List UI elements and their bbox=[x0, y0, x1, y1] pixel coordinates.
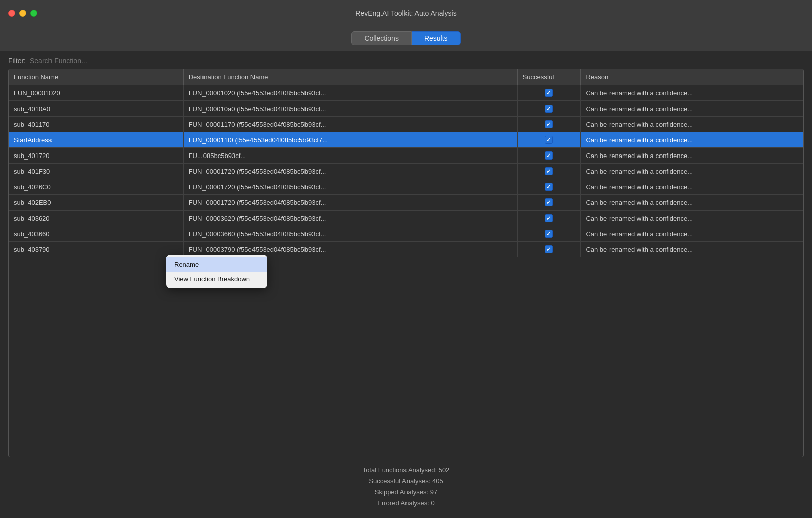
cell-destination-function-name: FUN_00001720 (f55e4553ed04f085bc5b93cf..… bbox=[183, 179, 517, 195]
results-table: Function Name Destination Function Name … bbox=[9, 69, 803, 257]
context-menu-rename[interactable]: Rename bbox=[166, 257, 267, 272]
cell-successful bbox=[517, 164, 581, 179]
checkbox-checked[interactable] bbox=[545, 151, 553, 160]
checkbox-checked[interactable] bbox=[545, 89, 553, 97]
tab-results[interactable]: Results bbox=[412, 31, 461, 45]
cell-function-name: sub_401720 bbox=[9, 148, 183, 164]
table-row[interactable]: sub_4010A0FUN_000010a0 (f55e4553ed04f085… bbox=[9, 101, 803, 117]
checkbox-checked[interactable] bbox=[545, 105, 553, 113]
footer: Total Functions Analysed: 502 Successful… bbox=[0, 457, 812, 518]
cell-reason: Can be renamed with a confidence... bbox=[581, 195, 803, 211]
table-row[interactable]: FUN_00001020FUN_00001020 (f55e4553ed04f0… bbox=[9, 85, 803, 101]
checkbox-checked[interactable] bbox=[545, 136, 553, 144]
cell-function-name: sub_402EB0 bbox=[9, 195, 183, 211]
table-row[interactable]: sub_403790FUN_00003790 (f55e4553ed04f085… bbox=[9, 242, 803, 257]
footer-skipped-analyses: Skipped Analyses: 97 bbox=[0, 487, 812, 498]
minimize-button[interactable] bbox=[19, 10, 26, 17]
table-row[interactable]: sub_401170FUN_00001170 (f55e4553ed04f085… bbox=[9, 117, 803, 132]
cell-function-name: StartAddress bbox=[9, 132, 183, 148]
cell-successful bbox=[517, 195, 581, 211]
cell-successful bbox=[517, 211, 581, 226]
cell-successful bbox=[517, 132, 581, 148]
cell-reason: Can be renamed with a confidence... bbox=[581, 226, 803, 242]
filter-label: Filter: bbox=[8, 57, 26, 65]
cell-successful bbox=[517, 148, 581, 164]
table-row[interactable]: sub_401720FU...085bc5b93cf...Can be rena… bbox=[9, 148, 803, 164]
cell-successful bbox=[517, 226, 581, 242]
cell-destination-function-name: FUN_00003660 (f55e4553ed04f085bc5b93cf..… bbox=[183, 226, 517, 242]
cell-successful bbox=[517, 85, 581, 101]
traffic-lights bbox=[8, 10, 37, 17]
checkbox-checked[interactable] bbox=[545, 183, 553, 191]
checkbox-checked[interactable] bbox=[545, 167, 553, 175]
cell-destination-function-name: FUN_00001170 (f55e4553ed04f085bc5b93cf..… bbox=[183, 117, 517, 132]
cell-destination-function-name: FU...085bc5b93cf... bbox=[183, 148, 517, 164]
cell-reason: Can be renamed with a confidence... bbox=[581, 211, 803, 226]
cell-destination-function-name: FUN_00001720 (f55e4553ed04f085bc5b93cf..… bbox=[183, 195, 517, 211]
table-row[interactable]: sub_403620FUN_00003620 (f55e4553ed04f085… bbox=[9, 211, 803, 226]
search-input[interactable] bbox=[30, 57, 804, 65]
cell-reason: Can be renamed with a confidence... bbox=[581, 117, 803, 132]
cell-function-name: sub_403660 bbox=[9, 226, 183, 242]
cell-successful bbox=[517, 101, 581, 117]
cell-reason: Can be renamed with a confidence... bbox=[581, 101, 803, 117]
cell-function-name: sub_401170 bbox=[9, 117, 183, 132]
cell-destination-function-name: FUN_00003620 (f55e4553ed04f085bc5b93cf..… bbox=[183, 211, 517, 226]
col-header-successful: Successful bbox=[517, 69, 581, 85]
col-header-destination-function-name: Destination Function Name bbox=[183, 69, 517, 85]
cell-destination-function-name: FUN_00001020 (f55e4553ed04f085bc5b93cf..… bbox=[183, 85, 517, 101]
cell-destination-function-name: FUN_000010a0 (f55e4553ed04f085bc5b93cf..… bbox=[183, 101, 517, 117]
table-container: Function Name Destination Function Name … bbox=[8, 69, 804, 457]
tab-collections[interactable]: Collections bbox=[351, 31, 411, 45]
cell-successful bbox=[517, 179, 581, 195]
cell-destination-function-name: FUN_000011f0 (f55e4553ed04f085bc5b93cf7.… bbox=[183, 132, 517, 148]
cell-successful bbox=[517, 117, 581, 132]
cell-reason: Can be renamed with a confidence... bbox=[581, 85, 803, 101]
table-row[interactable]: sub_4026C0FUN_00001720 (f55e4553ed04f085… bbox=[9, 179, 803, 195]
cell-reason: Can be renamed with a confidence... bbox=[581, 179, 803, 195]
cell-destination-function-name: FUN_00001720 (f55e4553ed04f085bc5b93cf..… bbox=[183, 164, 517, 179]
cell-function-name: sub_401F30 bbox=[9, 164, 183, 179]
cell-function-name: sub_4026C0 bbox=[9, 179, 183, 195]
checkbox-checked[interactable] bbox=[545, 230, 553, 238]
cell-reason: Can be renamed with a confidence... bbox=[581, 242, 803, 257]
col-header-reason: Reason bbox=[581, 69, 803, 85]
checkbox-checked[interactable] bbox=[545, 120, 553, 128]
window-title: RevEng.AI Toolkit: Auto Analysis bbox=[355, 9, 456, 17]
checkbox-checked[interactable] bbox=[545, 214, 553, 222]
maximize-button[interactable] bbox=[30, 10, 37, 17]
cell-function-name: sub_4010A0 bbox=[9, 101, 183, 117]
cell-reason: Can be renamed with a confidence... bbox=[581, 148, 803, 164]
cell-successful bbox=[517, 242, 581, 257]
col-header-function-name: Function Name bbox=[9, 69, 183, 85]
context-menu-view-function-breakdown[interactable]: View Function Breakdown bbox=[166, 272, 267, 286]
cell-reason: Can be renamed with a confidence... bbox=[581, 164, 803, 179]
cell-function-name: FUN_00001020 bbox=[9, 85, 183, 101]
table-scroll[interactable]: Function Name Destination Function Name … bbox=[9, 69, 803, 457]
footer-successful-analyses: Successful Analyses: 405 bbox=[0, 476, 812, 487]
filter-bar: Filter: bbox=[8, 51, 804, 69]
table-row[interactable]: sub_402EB0FUN_00001720 (f55e4553ed04f085… bbox=[9, 195, 803, 211]
footer-total-functions: Total Functions Analysed: 502 bbox=[0, 464, 812, 476]
cell-reason: Can be renamed with a confidence... bbox=[581, 132, 803, 148]
footer-errored-analyses: Errored Analyses: 0 bbox=[0, 498, 812, 509]
table-row[interactable]: StartAddressFUN_000011f0 (f55e4553ed04f0… bbox=[9, 132, 803, 148]
context-menu: Rename View Function Breakdown bbox=[166, 255, 267, 288]
title-bar: RevEng.AI Toolkit: Auto Analysis bbox=[0, 0, 812, 26]
table-row[interactable]: sub_403660FUN_00003660 (f55e4553ed04f085… bbox=[9, 226, 803, 242]
main-content: Filter: Function Name Destination Functi… bbox=[0, 51, 812, 457]
tab-bar: Collections Results bbox=[0, 26, 812, 51]
checkbox-checked[interactable] bbox=[545, 198, 553, 206]
checkbox-checked[interactable] bbox=[545, 245, 553, 253]
cell-function-name: sub_403790 bbox=[9, 242, 183, 257]
cell-function-name: sub_403620 bbox=[9, 211, 183, 226]
close-button[interactable] bbox=[8, 10, 15, 17]
table-row[interactable]: sub_401F30FUN_00001720 (f55e4553ed04f085… bbox=[9, 164, 803, 179]
